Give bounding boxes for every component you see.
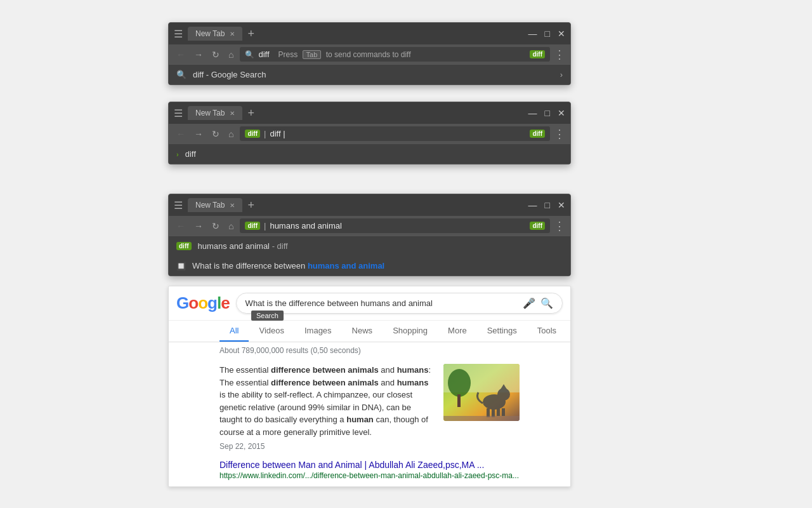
result-snippet: The essential difference between animals…: [219, 364, 433, 452]
tab-key-badge: Tab: [303, 50, 322, 59]
mic-icon[interactable]: 🎤: [523, 297, 535, 309]
menu-icon-2[interactable]: ☰: [174, 107, 183, 119]
gnav-tab-shopping[interactable]: Shopping: [383, 321, 438, 342]
more-btn-1[interactable]: ⋮: [554, 48, 565, 62]
google-search-box[interactable]: What is the difference between humans an…: [236, 293, 563, 314]
new-tab-btn-2[interactable]: +: [245, 107, 257, 120]
more-btn-3[interactable]: ⋮: [554, 219, 565, 233]
suggestion-dropdown-1: 🔍 diff - Google Search ›: [169, 64, 570, 84]
forward-btn-1[interactable]: →: [192, 48, 206, 61]
suggestion-text-2: diff: [185, 149, 196, 159]
result-link[interactable]: Difference between Man and Animal | Abdu…: [219, 460, 520, 470]
more-btn-2[interactable]: ⋮: [554, 127, 565, 141]
minimize-btn-2[interactable]: —: [528, 109, 537, 117]
title-bar-1: ☰ New Tab ✕ + — □ ✕: [169, 23, 570, 44]
svg-rect-11: [443, 416, 520, 421]
refresh-btn-3[interactable]: ↻: [209, 220, 222, 232]
results-info: About 789,000,000 results (0,50 seconds): [169, 342, 570, 359]
back-btn-3[interactable]: ←: [174, 220, 188, 232]
address-content-1: diff: [258, 50, 269, 59]
result-snippet-text: The essential difference between animals…: [219, 365, 431, 437]
diff-badge-1: diff: [530, 50, 545, 58]
suggestion-icon-3b: 🔲: [176, 262, 186, 271]
suggestion-item-3a[interactable]: diff humans and animal - diff: [169, 236, 570, 256]
close-btn-1[interactable]: ✕: [558, 29, 565, 38]
suggestion-text-3a: humans and animal - diff: [198, 241, 288, 251]
google-header: Google What is the difference between hu…: [169, 286, 570, 321]
logo-o1: o: [188, 293, 198, 312]
suggestion-item-1[interactable]: 🔍 diff - Google Search ›: [169, 65, 570, 84]
browser-window-3: ☰ New Tab ✕ + — □ ✕ ← → ↻ ⌂ diff | diff …: [168, 194, 571, 276]
tab-strip-2: New Tab ✕ +: [188, 106, 257, 120]
tab-3[interactable]: New Tab ✕: [188, 198, 242, 212]
minimize-btn-3[interactable]: —: [528, 201, 537, 210]
home-btn-1[interactable]: ⌂: [226, 48, 236, 61]
menu-icon-3[interactable]: ☰: [174, 199, 183, 211]
gnav-tab-images[interactable]: Images: [294, 321, 342, 342]
new-tab-btn-3[interactable]: +: [245, 199, 257, 212]
logo-e: e: [221, 293, 229, 312]
suggestion-dropdown-3: diff humans and animal - diff 🔲 What is …: [169, 236, 570, 276]
address-bar-3[interactable]: diff | diff: [240, 218, 550, 233]
tab-strip-3: New Tab ✕ +: [188, 198, 257, 212]
refresh-btn-2[interactable]: ↻: [209, 128, 222, 140]
maximize-btn-3[interactable]: □: [545, 201, 550, 210]
close-btn-3[interactable]: ✕: [558, 201, 565, 210]
maximize-btn-2[interactable]: □: [545, 109, 550, 117]
tab-2[interactable]: New Tab ✕: [188, 106, 242, 120]
logo-o2: o: [198, 293, 207, 312]
suggestion-item-2[interactable]: › diff: [169, 144, 570, 164]
result-image: [443, 364, 520, 421]
svg-rect-10: [502, 408, 505, 416]
logo-g2: g: [207, 293, 217, 312]
gnav-tab-videos[interactable]: Videos: [249, 321, 294, 342]
close-btn-2[interactable]: ✕: [558, 109, 565, 117]
suggestion-text-1: diff - Google Search: [193, 70, 266, 79]
close-tab-1[interactable]: ✕: [230, 30, 235, 37]
address-input-3[interactable]: [270, 221, 527, 231]
gnav-tab-settings[interactable]: Settings: [477, 321, 527, 342]
address-bar-2[interactable]: diff | diff: [240, 126, 550, 141]
back-btn-1[interactable]: ←: [174, 48, 188, 61]
home-btn-3[interactable]: ⌂: [226, 220, 236, 232]
forward-btn-2[interactable]: →: [192, 128, 206, 140]
svg-point-5: [497, 388, 510, 401]
chevron-icon-1: ›: [560, 70, 563, 79]
diff-badge-addr-2: diff: [245, 130, 260, 138]
gnav-tab-all[interactable]: All: [219, 321, 249, 342]
tab-label-1: New Tab: [195, 29, 225, 38]
menu-icon-1[interactable]: ☰: [174, 28, 183, 40]
gnav-tab-news[interactable]: News: [342, 321, 383, 342]
nav-bar-1: ← → ↻ ⌂ 🔍 diff Press Tab to send command…: [169, 44, 570, 64]
search-submit-icon[interactable]: 🔍: [540, 297, 553, 309]
close-tab-2[interactable]: ✕: [230, 110, 235, 117]
refresh-btn-1[interactable]: ↻: [209, 48, 222, 61]
svg-point-2: [448, 369, 471, 397]
address-input-2[interactable]: [270, 129, 527, 138]
maximize-btn-1[interactable]: □: [545, 29, 550, 38]
tab-1[interactable]: New Tab ✕: [188, 27, 242, 41]
suggestion-icon-2: ›: [176, 150, 179, 158]
search-tooltip: Search: [251, 311, 284, 321]
search-query-text: What is the difference between humans an…: [246, 298, 433, 308]
search-icon-1: 🔍: [245, 50, 254, 59]
google-logo: Google: [176, 293, 230, 313]
back-btn-2[interactable]: ←: [174, 128, 188, 140]
result-date: Sep 22, 2015: [219, 441, 433, 452]
forward-btn-3[interactable]: →: [192, 220, 206, 232]
suggestion-icon-1: 🔍: [176, 70, 187, 79]
suggestion-text-3b: What is the difference between humans an…: [192, 261, 384, 271]
svg-rect-3: [457, 394, 461, 407]
google-nav-tabs: All Videos Images News Shopping More Set…: [169, 321, 570, 342]
close-tab-3[interactable]: ✕: [230, 202, 235, 209]
minimize-btn-1[interactable]: —: [528, 29, 537, 38]
home-btn-2[interactable]: ⌂: [226, 128, 236, 140]
gnav-tab-tools[interactable]: Tools: [527, 321, 566, 342]
suggestion-item-3b[interactable]: 🔲 What is the difference between humans …: [169, 256, 570, 276]
address-bar-1[interactable]: 🔍 diff Press Tab to send commands to dif…: [240, 47, 550, 62]
suggestion-badge-3a: diff: [176, 242, 192, 250]
title-bar-3: ☰ New Tab ✕ + — □ ✕: [169, 194, 570, 216]
nav-bar-2: ← → ↻ ⌂ diff | diff ⋮: [169, 124, 570, 144]
new-tab-btn-1[interactable]: +: [245, 27, 257, 41]
gnav-tab-more[interactable]: More: [438, 321, 477, 342]
